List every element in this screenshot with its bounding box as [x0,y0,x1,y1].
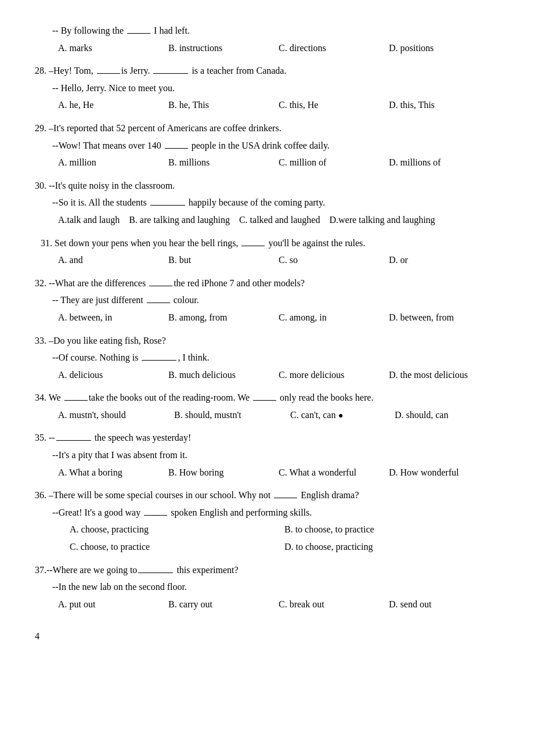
option-a: A. he, He [58,98,168,113]
q37-options: A. put out B. carry out C. break out D. … [58,597,499,612]
option-d: D. or [389,253,499,268]
q34-line1: 34. We take the books out of the reading… [35,390,499,405]
blank [64,400,88,401]
option-b: B. instructions [168,41,279,56]
q36-line2: --Great! It's a good way spoken English … [52,505,499,520]
option-d: D. should, can [395,408,499,423]
q33-options: A. delicious B. much delicious C. more d… [58,368,499,383]
q36-options-row2: C. choose, to practice D. to choose, pra… [70,539,499,555]
option-c: C. break out [279,597,389,612]
option-a: A. mustn't, should [58,408,174,423]
blank [153,73,188,74]
blank [149,286,172,286]
option-c: C. choose, to practice [70,539,284,555]
option-b: B. among, from [168,310,279,325]
option-c: C. directions [279,41,389,56]
q35-options: A. What a boring B. How boring C. What a… [58,465,499,480]
question-29: 29. –It's reported that 52 percent of Am… [35,121,499,170]
option-d: D. How wonderful [389,465,499,480]
blank [150,205,185,206]
q35-line2: --It's a pity that I was absent from it. [52,448,499,463]
question-31: 31. Set down your pens when you hear the… [35,236,499,268]
option-a: A. What a boring [58,465,168,480]
blank [142,360,176,361]
option-b: B. carry out [168,597,279,612]
q28-options: A. he, He B. he, This C. this, He D. thi… [58,98,499,113]
option-c: C. so [279,253,389,268]
option-d: D. send out [389,597,499,612]
option-c: C. can't, can [290,408,395,423]
option-c: C. more delicious [279,368,389,383]
q33-line1: 33. –Do you like eating fish, Rose? [35,333,499,348]
option-d: D. the most delicious [389,368,499,383]
blank [144,515,167,516]
q30-line2: --So it is. All the students happily bec… [52,195,499,210]
blank [127,33,150,34]
q32-line2: -- They are just different colour. [52,293,499,308]
q27-options: A. marks B. instructions C. directions D… [58,41,499,56]
q29-line2: --Wow! That means over 140 people in the… [52,138,499,153]
question-37: 37.--Where are we going to this experime… [35,563,499,612]
question-33: 33. –Do you like eating fish, Rose? --Of… [35,333,499,383]
q33-line2: --Of course. Nothing is , I think. [52,350,499,365]
option-c: C. among, in [279,310,389,325]
option-a: A. delicious [58,368,168,383]
question-32: 32. --What are the differences the red i… [35,276,499,325]
option-b: B. millions [168,155,279,170]
q28-line1: 28. –Hey! Tom, is Jerry. is a teacher fr… [35,63,499,78]
option-c: C. this, He [279,98,389,113]
page-number: 4 [35,629,499,644]
blank [56,440,91,441]
q37-line2: --In the new lab on the second floor. [52,579,499,595]
blank [241,246,265,246]
q30-line1: 30. --It's quite noisy in the classroom. [35,178,499,193]
blank [97,73,120,74]
q27-line1: -- By following the I had left. [52,23,499,38]
question-35: 35. -- the speech was yesterday! --It's … [35,430,499,480]
option-c: C. What a wonderful [279,465,389,480]
option-a: A. put out [58,597,168,612]
option-b: B. much delicious [168,368,279,383]
q32-options: A. between, in B. among, from C. among, … [58,310,499,325]
q32-line1: 32. --What are the differences the red i… [35,276,499,291]
blank [253,400,276,401]
option-d: D. this, This [389,98,499,113]
option-a: A. and [58,253,168,268]
option-c: C. million of [279,155,389,170]
q31-line1: 31. Set down your pens when you hear the… [41,236,499,251]
worksheet-content: -- By following the I had left. A. marks… [35,23,499,644]
option-b: B. but [168,253,279,268]
q28-line2: -- Hello, Jerry. Nice to meet you. [52,81,499,96]
q29-options: A. million B. millions C. million of D. … [58,155,499,170]
q35-line1: 35. -- the speech was yesterday! [35,430,499,445]
question-28: 28. –Hey! Tom, is Jerry. is a teacher fr… [35,63,499,113]
blank [147,303,170,303]
option-b: B. should, mustn't [174,408,290,423]
blank [138,573,173,573]
option-a: A. million [58,155,168,170]
q37-line1: 37.--Where are we going to this experime… [35,563,499,578]
dot-decoration [339,414,342,417]
option-a: A. choose, practicing [70,522,284,537]
question-27-sub: -- By following the I had left. A. marks… [35,23,499,55]
q29-line1: 29. –It's reported that 52 percent of Am… [35,121,499,136]
q36-line1: 36. –There will be some special courses … [35,488,499,503]
q30-options: A.talk and laugh B. are talking and laug… [58,213,499,228]
q34-options: A. mustn't, should B. should, mustn't C.… [58,408,499,423]
option-a: A. between, in [58,310,168,325]
option-d: D. millions of [389,155,499,170]
blank [165,148,188,149]
question-34: 34. We take the books out of the reading… [35,390,499,422]
question-36: 36. –There will be some special courses … [35,488,499,554]
option-d: D. positions [389,41,499,56]
blank [274,498,297,498]
question-30: 30. --It's quite noisy in the classroom.… [35,178,499,228]
option-d: D. between, from [389,310,499,325]
option-b: B. How boring [168,465,279,480]
option-b: B. to choose, to practice [284,522,499,537]
q31-options: A. and B. but C. so D. or [58,253,499,268]
option-a: A. marks [58,41,168,56]
q36-options-row1: A. choose, practicing B. to choose, to p… [70,522,499,537]
option-b: B. he, This [168,98,279,113]
option-d: D. to choose, practicing [284,539,499,555]
